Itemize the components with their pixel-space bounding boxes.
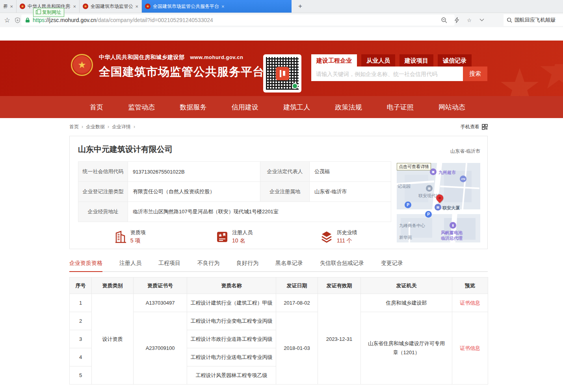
- new-tab-button[interactable]: [295, 0, 306, 13]
- search-tab-personnel[interactable]: 从业人员: [361, 54, 395, 67]
- nav-item-home[interactable]: 首页: [90, 103, 103, 112]
- mobile-view-link[interactable]: 手机查看: [461, 124, 488, 130]
- search-tab-credit[interactable]: 诚信记录: [438, 54, 472, 67]
- qr-code-icon: [266, 57, 299, 90]
- map-label-supermarket: 九州超市: [439, 170, 456, 176]
- site-url: www.mohurd.gov.cn: [190, 54, 243, 60]
- search-tab-project[interactable]: 建设项目: [399, 54, 433, 67]
- keyword-search-input[interactable]: [311, 67, 463, 81]
- favorite-star-icon[interactable]: ☆: [465, 16, 473, 24]
- location-map[interactable]: ▣ 九州超市 ATM 记花园 ▦ 联安现代城 ▦ 联安大厦 P P 九峰商务中心…: [397, 163, 480, 242]
- breadcrumb-home[interactable]: 首页: [69, 124, 86, 130]
- stat-historical-performance[interactable]: 历史业绩 111 个: [286, 229, 391, 244]
- url-bar[interactable]: https://jzsc.mohurd.gov.cn/data/company/…: [21, 15, 455, 26]
- search-button[interactable]: 搜索: [463, 67, 487, 81]
- emblem-favicon-icon: ★: [83, 4, 88, 9]
- tab-dishonesty-records[interactable]: 失信联合惩戒记录: [320, 260, 364, 271]
- tab-bad-behavior[interactable]: 不良行为: [197, 260, 219, 271]
- map-label-xinhuayuan: 新华苑: [399, 235, 412, 240]
- row-no: 1: [70, 294, 92, 312]
- field-value-reg-region: 山东省-临沂市: [310, 182, 391, 202]
- tab-qualifications[interactable]: 企业资质资格: [69, 260, 102, 271]
- stat-qualifications[interactable]: 资质项 5 项: [78, 229, 182, 244]
- qr-center-logo-icon: [276, 67, 289, 80]
- map-label-battery-2: 临沂总代理: [441, 235, 463, 241]
- zoom-out-icon[interactable]: [440, 16, 448, 24]
- header-search-module: 建设工程企业 从业人员 建设项目 诚信记录 搜索: [311, 54, 487, 81]
- qualification-table: 序号 资质类别 资质证书号 资质名称 发证日期 发证有效期 发证机关 预览 1 …: [69, 277, 488, 385]
- field-label: 企业经营地址: [78, 202, 128, 222]
- nav-item-site-news[interactable]: 网站动态: [439, 103, 465, 112]
- nav-item-credit[interactable]: 信用建设: [232, 103, 258, 112]
- bookmark-star-icon[interactable]: ☆: [3, 16, 11, 24]
- close-icon[interactable]: [73, 4, 76, 9]
- tab-label: 全国建筑市场监管公共服务平台: [153, 3, 219, 10]
- nav-item-workers[interactable]: 建筑工人: [283, 103, 310, 112]
- nav-item-supervision[interactable]: 监管动态: [128, 103, 155, 112]
- breadcrumb-enterprise-data[interactable]: 企业数据: [86, 124, 112, 130]
- certificate-info-link[interactable]: 证书信息: [460, 345, 480, 351]
- field-label: 企业登记注册类型: [78, 182, 128, 202]
- stat-label: 资质项: [130, 229, 146, 236]
- browser-tab-2[interactable]: ★ 全国建筑市场监管公共服务平台: [80, 0, 142, 13]
- browser-tab-active[interactable]: ★ 全国建筑市场监管公共服务平台: [142, 0, 292, 13]
- tab-label: 全国建筑市场监管公共服务平台: [91, 3, 133, 10]
- table-header-row: 序号 资质类别 资质证书号 资质名称 发证日期 发证有效期 发证机关 预览: [70, 277, 488, 294]
- nav-item-data-service[interactable]: 数据服务: [180, 103, 207, 112]
- field-label: 企业注册属地: [260, 182, 310, 202]
- cert-number: A137030497: [134, 294, 187, 312]
- quick-search-text: 国航回应飞机颠簸: [515, 17, 556, 24]
- copy-url-tooltip-label: 复制网址: [42, 9, 61, 15]
- close-icon[interactable]: [221, 4, 225, 9]
- search-tab-enterprise[interactable]: 建设工程企业: [311, 54, 357, 67]
- company-detail-card: 山东中元建筑设计有限公司 山东省-临沂市 统一社会信用代码 9137130267…: [69, 136, 488, 249]
- parking-icon: P: [405, 202, 411, 208]
- issuing-authority: 山东省住房和城乡建设厅许可专用章（1201）: [366, 339, 447, 357]
- qualification-name: 工程设计电力行业变电工程专业丙级: [187, 312, 276, 330]
- url-text[interactable]: https://jzsc.mohurd.gov.cn/data/company/…: [33, 17, 213, 23]
- company-stats: 资质项 5 项 注册人员 10 名 历史业绩 111 个: [78, 229, 391, 244]
- nav-item-policy[interactable]: 政策法规: [335, 103, 362, 112]
- chevron-down-icon[interactable]: [478, 16, 486, 24]
- building-icon: [115, 231, 126, 243]
- certificate-info-link[interactable]: 证书信息: [460, 300, 480, 306]
- row-no: 4: [70, 348, 92, 366]
- issuing-authority: 住房和城乡建设部: [361, 294, 452, 312]
- tab-change-records[interactable]: 变更记录: [381, 260, 403, 271]
- tab-blacklist[interactable]: 黑名单记录: [275, 260, 303, 271]
- atm-label: ATM: [461, 178, 465, 180]
- header-qr-card: [263, 54, 301, 92]
- url-host: ://jzsc.mohurd.gov.cn: [45, 17, 96, 23]
- col-发证日期: 发证日期: [276, 277, 318, 294]
- tab-good-behavior[interactable]: 良好行为: [236, 260, 258, 271]
- browser-tab-0[interactable]: 界: [0, 0, 17, 13]
- lightning-icon[interactable]: [453, 16, 461, 24]
- qualification-name: 工程设计电力行业送电工程专业丙级: [187, 348, 276, 366]
- browser-toolbar: ☆ https://jzsc.mohurd.gov.cn/data/compan…: [0, 13, 563, 27]
- main-navigation: 首页 监管动态 数据服务 信用建设 建筑工人 政策法规 电子证照 网站动态: [0, 96, 563, 118]
- emblem-favicon-icon: ★: [20, 4, 25, 9]
- map-label-lianan-tower: 联安大厦: [442, 205, 460, 211]
- close-icon[interactable]: [135, 4, 138, 9]
- map-label-jiufeng: 九峰商务中心: [399, 223, 425, 229]
- search-icon: [507, 17, 512, 23]
- nav-item-e-license[interactable]: 电子证照: [387, 103, 414, 112]
- close-icon[interactable]: [10, 4, 13, 9]
- table-row: 1 设计资质 A137030497 工程设计建筑行业（建筑工程）甲级 2017-…: [70, 294, 488, 312]
- quick-search-box[interactable]: 国航回应飞机颠簸: [504, 14, 563, 26]
- emblem-favicon-icon: ★: [145, 4, 151, 9]
- stat-registered-personnel[interactable]: 注册人员 10 名: [182, 229, 287, 244]
- site-header-banner: ★ 中华人民共和国住房和城乡建设部www.mohurd.gov.cn 全国建筑市…: [0, 41, 563, 96]
- stat-value: 111 个: [337, 237, 357, 244]
- battery-poi-icon: ▮: [450, 222, 456, 229]
- tab-projects[interactable]: 工程项目: [158, 260, 180, 271]
- tab-registered-personnel[interactable]: 注册人员: [119, 260, 141, 271]
- parking-icon: P: [425, 211, 432, 218]
- qualification-name: 工程设计市政行业道路工程专业丙级: [187, 330, 276, 348]
- copy-icon: [36, 10, 39, 14]
- certificate-book-icon: [216, 231, 228, 243]
- cert-number: A237009100: [134, 312, 187, 385]
- shield-icon[interactable]: [13, 16, 21, 24]
- tab-label: 界: [3, 3, 7, 10]
- field-value-address: 临沂市兰山区陶然路107号星河晶都（联安）现代城1号楼2201室: [128, 202, 391, 222]
